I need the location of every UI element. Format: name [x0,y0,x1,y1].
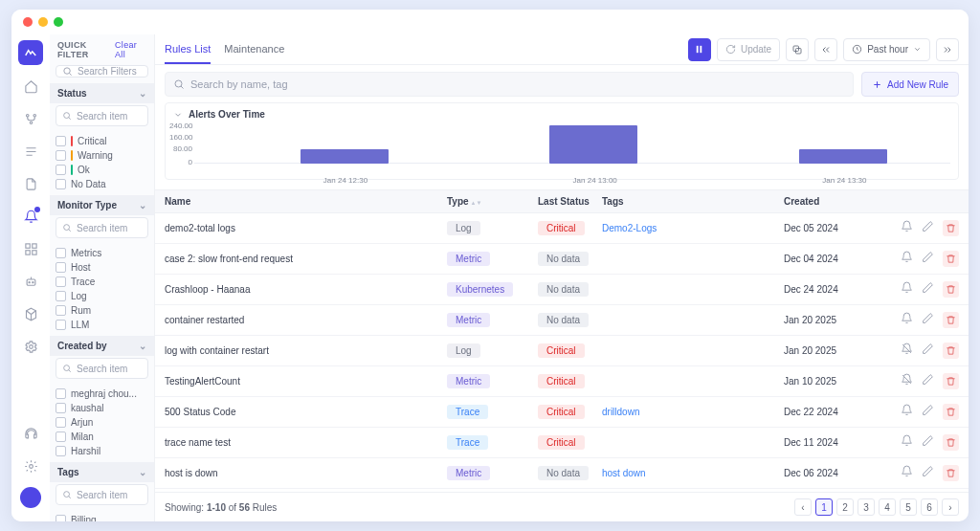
filter-option[interactable]: Rum [56,305,148,316]
edit-icon[interactable] [922,373,934,389]
branch-icon[interactable] [19,107,42,130]
col-created[interactable]: Created [784,196,876,207]
time-range-selector[interactable]: Past hour [843,38,930,61]
collapse-icon[interactable] [173,110,183,120]
table-row[interactable]: TestingAlertCount Metric Critical Jan 10… [155,366,969,397]
page-next[interactable]: › [942,498,959,516]
tag-link[interactable]: Demo2-Logs [602,223,657,233]
filter-section-header[interactable]: Monitor Type⌄ [50,195,154,215]
copy-button[interactable] [786,38,809,61]
col-name[interactable]: Name [165,196,447,207]
page-number[interactable]: 2 [836,498,854,516]
filter-option[interactable]: Harshil [56,446,148,456]
page-number[interactable]: 5 [900,498,917,516]
filter-option[interactable]: LLM [56,320,148,330]
filter-option[interactable]: Billing [56,515,148,521]
page-number[interactable]: 6 [921,498,938,516]
checkbox[interactable] [56,417,66,428]
filter-option[interactable]: No Data [56,179,148,189]
window-close-dot[interactable] [23,17,33,27]
checkbox[interactable] [56,431,66,442]
tag-link[interactable]: drilldown [602,407,639,417]
checkbox[interactable] [56,136,66,146]
delete-icon[interactable] [943,465,959,481]
filter-option[interactable]: meghraj chou... [56,388,148,399]
delete-icon[interactable] [943,404,959,420]
filter-option[interactable]: Critical [56,136,148,146]
delete-icon[interactable] [943,373,959,389]
filter-option[interactable]: Arjun [56,417,148,428]
page-number[interactable]: 1 [815,498,833,516]
filter-option[interactable]: Metrics [56,248,148,258]
edit-icon[interactable] [922,343,934,359]
filter-search-input[interactable]: Search Filters [56,65,148,77]
gear-icon[interactable] [19,335,42,358]
checkbox[interactable] [56,248,66,258]
tab-rules-list[interactable]: Rules List [165,35,211,64]
avatar[interactable] [20,487,41,508]
bell-icon[interactable] [901,373,913,389]
table-row[interactable]: case 2: slow front-end request Metric No… [155,244,969,275]
checkbox[interactable] [56,150,66,161]
bell-icon[interactable] [901,251,913,267]
page-prev[interactable]: ‹ [794,498,812,516]
add-new-rule-button[interactable]: Add New Rule [861,72,959,97]
bell-icon[interactable] [901,343,913,359]
filter-item-search[interactable]: Search item [56,358,148,379]
filter-option[interactable]: Ok [56,165,148,175]
clear-all-link[interactable]: Clear All [115,40,146,59]
filter-option[interactable]: kaushal [56,403,148,413]
edit-icon[interactable] [922,281,934,298]
chevrons-left-button[interactable] [814,38,837,61]
checkbox[interactable] [56,305,66,316]
col-type[interactable]: Type▲▼ [447,196,538,207]
page-number[interactable]: 3 [858,498,875,516]
edit-icon[interactable] [922,465,934,481]
edit-icon[interactable] [922,251,934,267]
checkbox[interactable] [56,320,66,330]
table-row[interactable]: Crashloop - Haanaa Kubernetes No data De… [155,275,969,305]
edit-icon[interactable] [922,220,934,236]
main-search-input[interactable]: Search by name, tag [165,72,854,97]
app-logo[interactable] [18,40,43,65]
table-row[interactable]: 500 Status Code Trace Critical drilldown… [155,397,969,428]
checkbox[interactable] [56,165,66,175]
bell-icon[interactable] [901,404,913,420]
robot-icon[interactable] [19,270,42,293]
edit-icon[interactable] [922,404,934,420]
table-row[interactable]: container restarted Metric No data Jan 2… [155,305,969,336]
checkbox[interactable] [56,403,66,413]
filter-option[interactable]: Milan [56,431,148,442]
filter-option[interactable]: Log [56,291,148,301]
window-min-dot[interactable] [38,17,48,27]
table-row[interactable]: log with container restart Log Critical … [155,336,969,366]
tag-link[interactable]: host down [602,468,646,478]
checkbox[interactable] [56,515,66,521]
chevrons-right-button[interactable] [936,38,959,61]
grid-icon[interactable] [19,237,42,260]
filter-option[interactable]: Host [56,262,148,273]
file-icon[interactable] [19,172,42,195]
page-number[interactable]: 4 [879,498,896,516]
delete-icon[interactable] [943,220,959,236]
pause-button[interactable] [688,38,711,61]
bell-icon[interactable] [901,312,913,328]
checkbox[interactable] [56,388,66,399]
filter-item-search[interactable]: Search item [56,105,148,126]
alerts-icon[interactable] [19,205,42,228]
filter-section-header[interactable]: Status⌄ [50,83,154,103]
col-tags[interactable]: Tags [602,196,784,207]
bell-icon[interactable] [901,220,913,236]
filter-item-search[interactable]: Search item [56,217,148,238]
update-button[interactable]: Update [717,38,780,61]
delete-icon[interactable] [943,343,959,359]
delete-icon[interactable] [943,281,959,298]
help-icon[interactable] [19,422,42,445]
table-row[interactable]: trace name test Trace Critical Dec 11 20… [155,428,969,458]
checkbox[interactable] [56,446,66,456]
filter-section-header[interactable]: Created by⌄ [50,336,154,356]
filter-item-search[interactable]: Search item [56,484,148,505]
filter-option[interactable]: Warning [56,150,148,161]
col-status[interactable]: Last Status [538,196,602,207]
table-row[interactable]: demo2-total logs Log Critical Demo2-Logs… [155,213,969,244]
